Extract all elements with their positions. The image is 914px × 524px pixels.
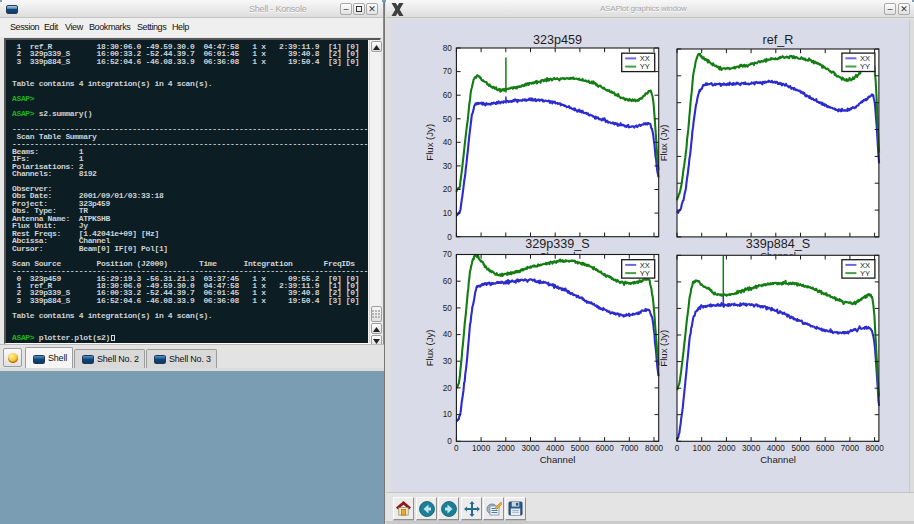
svg-text:30: 30 xyxy=(443,162,453,171)
svg-text:5000: 5000 xyxy=(571,444,590,453)
svg-text:ref_R: ref_R xyxy=(763,33,794,47)
svg-text:8000: 8000 xyxy=(865,444,884,453)
svg-text:YY: YY xyxy=(860,62,870,71)
svg-text:50: 50 xyxy=(443,304,453,313)
svg-text:40: 40 xyxy=(443,138,453,147)
svg-text:70: 70 xyxy=(443,67,453,76)
svg-text:Flux (Jy): Flux (Jy) xyxy=(425,330,436,367)
svg-text:7000: 7000 xyxy=(841,444,860,453)
svg-text:2000: 2000 xyxy=(717,444,736,453)
svg-text:YY: YY xyxy=(640,62,650,71)
svg-text:339p884_S: 339p884_S xyxy=(746,237,810,251)
svg-text:30: 30 xyxy=(443,357,453,366)
svg-text:Flux (Jy): Flux (Jy) xyxy=(658,330,669,367)
svg-text:4000: 4000 xyxy=(546,444,565,453)
svg-text:329p339_S: 329p339_S xyxy=(525,237,589,251)
svg-text:8000: 8000 xyxy=(645,444,664,453)
svg-text:20: 20 xyxy=(443,185,453,194)
svg-text:YY: YY xyxy=(860,269,870,278)
svg-text:6000: 6000 xyxy=(595,444,614,453)
svg-text:10: 10 xyxy=(443,410,453,419)
svg-text:Flux (Jy): Flux (Jy) xyxy=(658,125,669,162)
svg-text:50: 50 xyxy=(443,115,453,124)
svg-text:3000: 3000 xyxy=(521,444,540,453)
svg-text:7000: 7000 xyxy=(620,444,639,453)
svg-text:1000: 1000 xyxy=(472,444,491,453)
svg-text:4000: 4000 xyxy=(767,444,786,453)
svg-text:20: 20 xyxy=(443,384,453,393)
svg-text:Channel: Channel xyxy=(540,454,576,465)
svg-text:2000: 2000 xyxy=(497,444,516,453)
svg-text:40: 40 xyxy=(443,330,453,339)
svg-text:YY: YY xyxy=(640,269,650,278)
svg-text:5000: 5000 xyxy=(791,444,810,453)
svg-text:80: 80 xyxy=(443,44,453,53)
svg-text:0: 0 xyxy=(447,437,452,446)
svg-text:Flux (Jy): Flux (Jy) xyxy=(425,124,436,161)
svg-text:6000: 6000 xyxy=(816,444,835,453)
svg-text:0: 0 xyxy=(454,444,459,453)
svg-text:0: 0 xyxy=(675,444,680,453)
svg-text:323p459: 323p459 xyxy=(533,33,582,47)
svg-text:Channel: Channel xyxy=(760,454,796,465)
svg-text:60: 60 xyxy=(443,91,453,100)
svg-text:60: 60 xyxy=(443,277,453,286)
svg-text:70: 70 xyxy=(443,250,453,259)
svg-text:1000: 1000 xyxy=(693,444,712,453)
svg-text:3000: 3000 xyxy=(742,444,761,453)
svg-text:10: 10 xyxy=(443,209,453,218)
svg-text:0: 0 xyxy=(447,233,452,242)
